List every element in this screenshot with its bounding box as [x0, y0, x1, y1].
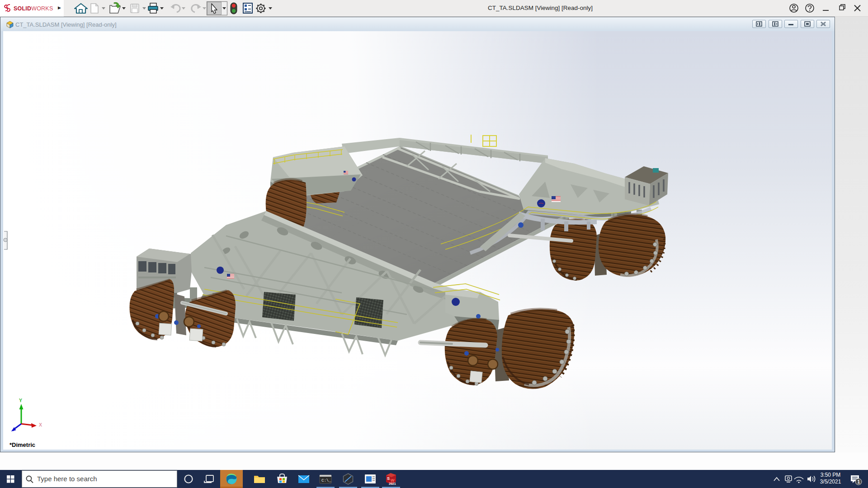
svg-text:2021: 2021	[389, 482, 396, 485]
svg-text:S: S	[387, 476, 390, 481]
svg-text:Y: Y	[19, 398, 22, 403]
svg-text:C:\_: C:\_	[321, 479, 331, 483]
svg-text:X: X	[39, 422, 42, 427]
svg-text:1: 1	[858, 479, 860, 484]
svg-text:*Dimetric: *Dimetric	[9, 441, 35, 448]
